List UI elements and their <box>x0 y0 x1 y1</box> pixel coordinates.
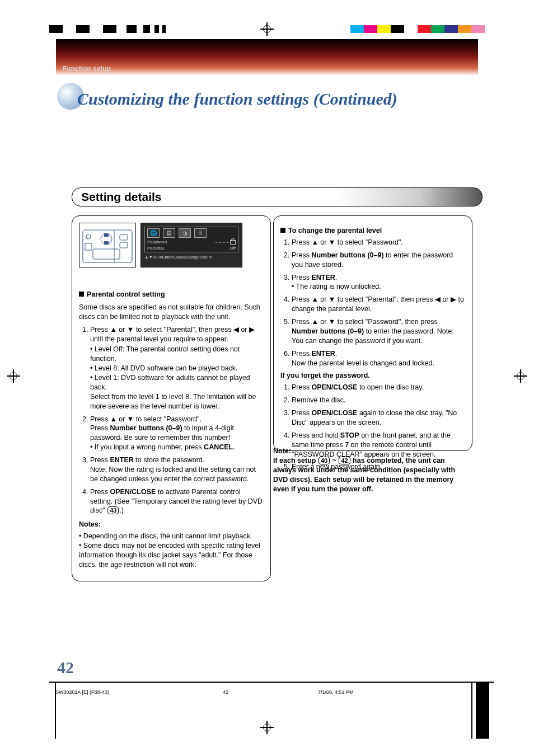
header-gradient <box>56 39 478 76</box>
footer-right: 7/1/06, 4:51 PM <box>318 689 354 695</box>
outer-note: Note: If each setup 40 ~ 42 has complete… <box>273 447 466 494</box>
lock-icon <box>230 240 236 245</box>
left-panel: 🌐 🖼 ◑ 🎚 Password – – – – Parental Off ▲▼… <box>72 215 271 581</box>
cstep-3: Press ENTER.• The rating is now unlocked… <box>292 273 465 292</box>
forget-heading: If you forget the password. <box>280 372 370 379</box>
crosshair-left-icon <box>7 369 20 383</box>
osd-value-password: – – – – <box>216 240 229 245</box>
page-number: 42 <box>57 658 74 677</box>
footer-center: 42 <box>223 689 228 695</box>
step-1: Press ▲ or ▼ to select "Parental", then … <box>90 325 264 411</box>
section-header-text: Setting details <box>81 190 162 203</box>
cstep-5: Press ▲ or ▼ to select "Password", then … <box>292 317 465 346</box>
subheading-change: To change the parental level <box>280 226 465 236</box>
osd-tab-icon: 🎚 <box>194 228 207 238</box>
svg-rect-1 <box>93 249 120 259</box>
osd-value-parental: Off <box>229 246 236 252</box>
svg-rect-9 <box>85 243 92 250</box>
parental-steps: Press ▲ or ▼ to select "Parental", then … <box>79 325 264 516</box>
crosshair-bottom-icon <box>260 721 274 734</box>
color-blocks <box>350 25 485 33</box>
page-ref: 42 <box>339 457 350 464</box>
osd-tab-icon: ◑ <box>179 228 191 238</box>
page-ref: 43 <box>107 506 119 514</box>
osd-label-parental: Parental <box>147 246 164 252</box>
breadcrumb: Function setup <box>63 65 111 73</box>
osd-hint: ▲▼/0–9/Enter/Cancel/Setup/Return <box>144 255 238 260</box>
osd-tab-icon: 🌐 <box>147 228 160 238</box>
step-4: Press OPEN/CLOSE to activate Parental co… <box>90 487 264 516</box>
page: Function setup Customizing the function … <box>0 0 534 756</box>
page-title: Customizing the function settings (Conti… <box>77 90 397 109</box>
crosshair-top-icon <box>260 22 274 36</box>
registration-marks <box>0 25 534 36</box>
crosshair-right-icon <box>514 369 527 383</box>
svg-rect-4 <box>104 241 109 245</box>
right-panel: To change the parental level Press ▲ or … <box>273 215 472 451</box>
step-3: Press ENTER to store the password. Note:… <box>90 456 264 484</box>
cstep-2: Press Number buttons (0–9) to enter the … <box>292 251 465 270</box>
svg-point-8 <box>86 234 91 239</box>
page-ref: 40 <box>318 457 330 464</box>
cstep-1: Press ▲ or ▼ to select "Password". <box>292 238 465 247</box>
notes-list: • Depending on the discs, the unit canno… <box>79 532 264 570</box>
section-header: Setting details <box>72 187 483 206</box>
svg-rect-3 <box>104 233 109 237</box>
osd-screen: 🌐 🖼 ◑ 🎚 Password – – – – Parental Off ▲▼… <box>140 223 242 267</box>
trim-mark-icon <box>55 683 56 739</box>
svg-rect-6 <box>120 242 128 248</box>
parental-intro: Some discs are specified as not suitable… <box>79 303 264 322</box>
note-label: Note: <box>273 447 291 455</box>
notes-heading: Notes: <box>79 520 101 528</box>
osd-tab-icon: 🖼 <box>163 228 175 238</box>
remote-illustration <box>79 223 136 267</box>
subheading-parental: Parental control setting <box>79 290 264 299</box>
trim-mark-icon <box>471 683 489 739</box>
osd-inner: 🌐 🖼 ◑ 🎚 Password – – – – Parental Off <box>144 227 238 252</box>
step-2: Press ▲ or ▼ to select "Password". Press… <box>90 415 264 453</box>
cstep-6: Press ENTER.Now the parental level is ch… <box>292 349 465 368</box>
osd-label-password: Password <box>147 240 167 246</box>
footer-left: 5W30201A [E] (P38-43) <box>56 689 109 695</box>
svg-rect-5 <box>120 234 128 240</box>
change-steps: Press ▲ or ▼ to select "Password". Press… <box>280 238 465 368</box>
black-blocks <box>49 25 166 33</box>
cstep-4: Press ▲ or ▼ to select "Parental", then … <box>292 295 465 314</box>
